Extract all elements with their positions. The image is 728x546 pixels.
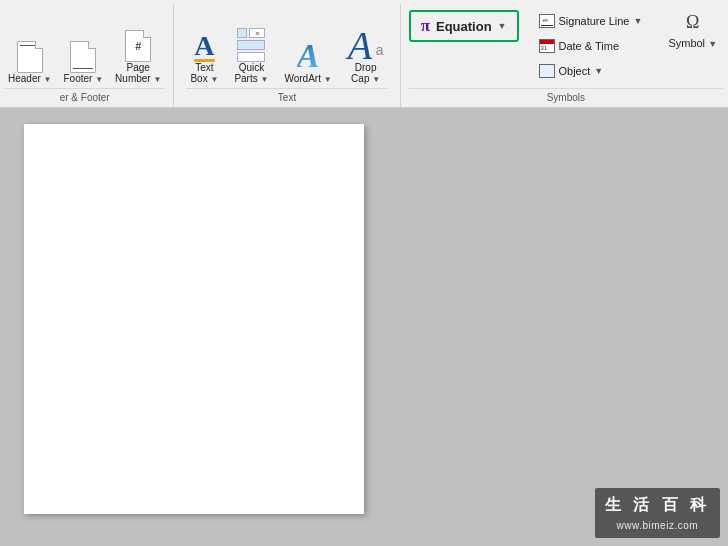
group-header-footer-items: Header ▼ Footer ▼ # PageNumber ▼ (4, 6, 165, 86)
watermark: 生 活 百 科 www.bimeiz.com (595, 488, 720, 538)
symbol-label: Symbol ▼ (668, 37, 717, 49)
group-header-footer: Header ▼ Footer ▼ # PageNumber ▼ (0, 4, 174, 107)
footer-label: Footer ▼ (64, 73, 104, 84)
date-time-label: Date & Time (559, 40, 620, 52)
equation-dropdown-icon: ▼ (498, 21, 507, 31)
group-symbols-items: π Equation ▼ ✏ Signature Line ▼ (409, 6, 723, 86)
date-time-button[interactable]: 31 Date & Time (535, 37, 647, 55)
group-symbols: π Equation ▼ ✏ Signature Line ▼ (401, 4, 728, 107)
object-button[interactable]: Object ▼ (535, 62, 647, 80)
signature-line-label: Signature Line (559, 15, 630, 27)
equation-button[interactable]: π Equation ▼ (409, 10, 519, 42)
signature-dropdown-icon: ▼ (633, 16, 642, 26)
header-footer-group-label: er & Footer (4, 88, 165, 105)
wordart-button[interactable]: A WordArt ▼ (280, 37, 335, 86)
object-label: Object (559, 65, 591, 77)
symbols-stacked-buttons: ✏ Signature Line ▼ 31 Date & Time (535, 6, 647, 86)
group-text-items: A TextBox ▼ ≡ (186, 6, 387, 86)
quick-parts-icon: ≡ (237, 28, 265, 62)
text-box-icon: A (190, 30, 218, 62)
wordart-icon: A (297, 39, 320, 73)
drop-cap-button[interactable]: A a DropCap ▼ (344, 24, 388, 86)
group-text: A TextBox ▼ ≡ (174, 4, 400, 107)
symbols-group-label: Symbols (409, 88, 723, 105)
page-number-label: PageNumber ▼ (115, 62, 161, 84)
footer-button[interactable]: Footer ▼ (60, 39, 108, 86)
drop-cap-icon: A a (348, 26, 384, 62)
object-dropdown-icon: ▼ (594, 66, 603, 76)
watermark-url: www.bimeiz.com (605, 518, 710, 534)
quick-parts-button[interactable]: ≡ QuickParts ▼ (230, 26, 272, 86)
equation-container: π Equation ▼ (409, 6, 519, 44)
date-time-icon: 31 (539, 39, 555, 53)
signature-line-icon: ✏ (539, 14, 555, 28)
text-box-button[interactable]: A TextBox ▼ (186, 28, 222, 86)
pi-icon: π (421, 16, 430, 36)
header-icon (17, 41, 43, 73)
equation-label: Equation (436, 19, 492, 34)
header-button[interactable]: Header ▼ (4, 39, 56, 86)
signature-line-button[interactable]: ✏ Signature Line ▼ (535, 12, 647, 30)
quick-parts-label: QuickParts ▼ (234, 62, 268, 84)
ribbon: Header ▼ Footer ▼ # PageNumber ▼ (0, 0, 728, 108)
text-group-label: Text (186, 88, 387, 105)
wordart-label: WordArt ▼ (284, 73, 331, 84)
header-label: Header ▼ (8, 73, 52, 84)
white-page (24, 124, 364, 514)
page-number-button[interactable]: # PageNumber ▼ (111, 28, 165, 86)
document-area: 生 活 百 科 www.bimeiz.com (0, 108, 728, 546)
text-box-label: TextBox ▼ (190, 62, 218, 84)
symbol-button[interactable]: Ω Symbol ▼ (662, 10, 723, 51)
object-icon (539, 64, 555, 78)
footer-icon (70, 41, 96, 73)
page-number-icon: # (125, 30, 151, 62)
ribbon-content: Header ▼ Footer ▼ # PageNumber ▼ (0, 0, 728, 107)
symbol-icon: Ω (686, 12, 699, 33)
watermark-chinese: 生 活 百 科 (605, 492, 710, 518)
symbol-container: Ω Symbol ▼ (662, 6, 723, 51)
